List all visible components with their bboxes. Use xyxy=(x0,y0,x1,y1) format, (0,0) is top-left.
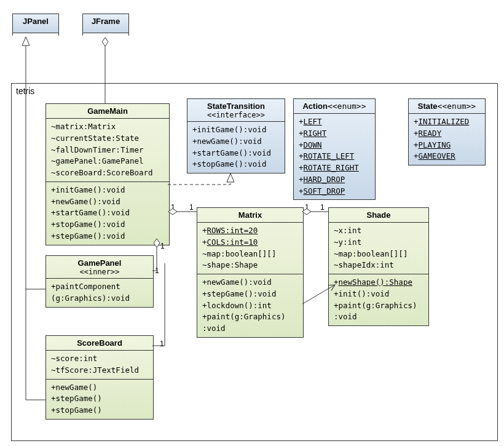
jpanel-notch xyxy=(12,31,59,36)
statetransition-name: StateTransition xyxy=(187,99,285,111)
gamemain-name: GameMain xyxy=(46,104,169,119)
mult: 1 xyxy=(160,340,164,348)
shade-name: Shade xyxy=(329,208,428,223)
scoreboard-attrs: ~score:int~tfScore:JTextField xyxy=(46,351,153,380)
matrix-ops: +newGame():void+stepGame():void+lockdown… xyxy=(197,274,303,337)
class-shade: Shade ~x:int~y:int~map:boolean[][]~shape… xyxy=(328,207,429,326)
mult: 1 xyxy=(305,203,309,212)
enum-action: Action<<enum>> +LEFT+RIGHT+DOWN+ROTATE_L… xyxy=(293,98,376,200)
gamepanel-stereo: <<inner>> xyxy=(46,268,153,279)
gamemain-attrs: ~matrix:Matrix~currentState:State~fallDo… xyxy=(46,119,169,182)
jpanel-name: JPanel xyxy=(13,14,58,28)
interface-statetransition: StateTransition <<interface>> +initGame(… xyxy=(187,98,285,173)
mult: 1 xyxy=(160,242,165,250)
statetransition-stereo: <<interface>> xyxy=(187,111,285,122)
gamepanel-ops: +paintComponent (g:Graphics):void xyxy=(46,279,153,307)
shade-attrs: ~x:int~y:int~map:boolean[][]~shapeIdx:in… xyxy=(329,223,428,274)
class-gamemain: GameMain ~matrix:Matrix~currentState:Sta… xyxy=(45,103,170,245)
class-gamepanel: GamePanel <<inner>> +paintComponent (g:G… xyxy=(45,255,154,308)
gamepanel-name: GamePanel xyxy=(46,256,153,268)
enum-state: State<<enum>> +INITIALIZED+READY+PLAYING… xyxy=(408,98,486,165)
mult: 1 xyxy=(171,203,175,212)
jframe-notch xyxy=(82,31,129,36)
gamemain-ops: +initGame():void+newGame():void+startGam… xyxy=(46,182,169,245)
mult: 1 xyxy=(155,266,159,275)
matrix-attrs: +ROWS:int=20+COLS:int=10~map:boolean[][]… xyxy=(197,223,303,274)
class-matrix: Matrix +ROWS:int=20+COLS:int=10~map:bool… xyxy=(197,207,304,338)
matrix-name: Matrix xyxy=(197,208,303,223)
mult: 1 xyxy=(189,203,194,212)
class-scoreboard: ScoreBoard ~score:int~tfScore:JTextField… xyxy=(45,335,154,420)
state-values: +INITIALIZED+READY+PLAYING+GAMEOVER xyxy=(409,114,485,165)
statetransition-ops: +initGame():void+newGame():void+startGam… xyxy=(187,122,285,173)
state-hdr: State<<enum>> xyxy=(409,99,485,114)
jframe-name: JFrame xyxy=(83,14,128,28)
shade-ops: +newShape():Shape+init():void+paint(g:Gr… xyxy=(329,274,428,325)
mult: 1 xyxy=(320,203,325,212)
package-label: tetris xyxy=(16,86,34,96)
scoreboard-ops: +newGame()+stepGame()+stopGame() xyxy=(46,380,153,419)
scoreboard-name: ScoreBoard xyxy=(46,336,153,351)
action-values: +LEFT+RIGHT+DOWN+ROTATE_LEFT+ROTATE_RIGH… xyxy=(294,114,375,199)
action-hdr: Action<<enum>> xyxy=(294,99,375,114)
